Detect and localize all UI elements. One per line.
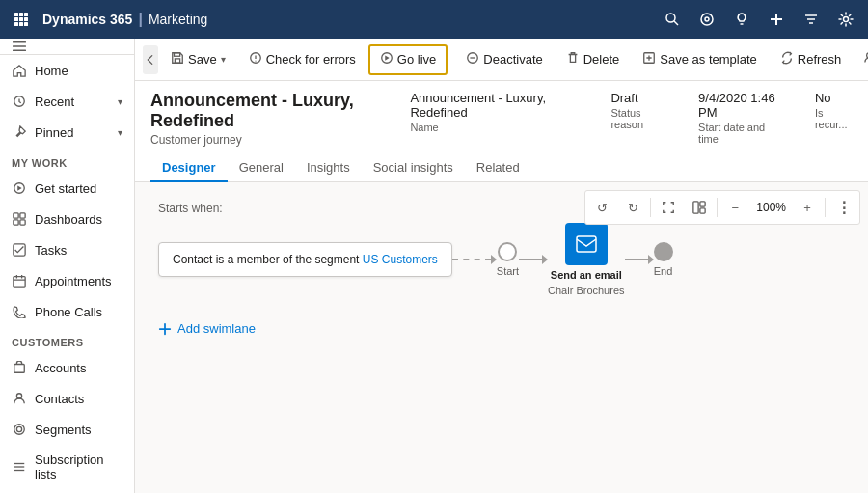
record-field-recur: No Is recur... [815, 91, 853, 145]
tab-designer[interactable]: Designer [150, 154, 228, 182]
tab-insights[interactable]: Insights [295, 154, 362, 182]
svg-rect-48 [577, 236, 596, 252]
zoom-in-button[interactable]: + [794, 194, 821, 221]
sidebar-item-accounts[interactable]: Accounts [0, 352, 134, 383]
start-node: Start [497, 242, 519, 277]
svg-rect-4 [19, 17, 23, 21]
svg-point-11 [701, 14, 713, 25]
app-name: Dynamics 365 | Marketing [42, 11, 207, 28]
assign-button[interactable]: Assign [854, 44, 868, 75]
email-node[interactable]: Send an email Chair Brochures [548, 223, 624, 296]
sidebar-item-pinned[interactable]: Pinned ▾ [0, 117, 134, 148]
save-button[interactable]: Save ▾ [160, 44, 236, 75]
save-icon [171, 51, 184, 68]
redo-button[interactable]: ↻ [619, 194, 646, 221]
fit-view-button[interactable] [655, 194, 682, 221]
waffle-menu-icon[interactable] [8, 6, 35, 33]
my-work-section-header: My Work [0, 148, 134, 173]
journey-flow: Contact is a member of the segment US Cu… [158, 223, 845, 296]
contacts-icon [12, 391, 27, 406]
svg-rect-22 [14, 213, 18, 218]
tasks-icon [12, 242, 27, 258]
sidebar-item-subscription-lists[interactable]: Subscription lists [0, 445, 134, 489]
main-layout: Home Recent ▾ Pi [0, 39, 868, 493]
svg-rect-0 [14, 13, 18, 16]
sidebar-item-contacts[interactable]: Contacts [0, 383, 134, 414]
deactivate-button[interactable]: Deactivate [455, 44, 553, 75]
svg-rect-3 [14, 17, 18, 21]
top-nav-icons [658, 5, 860, 34]
add-swimlane-button[interactable]: Add swimlane [158, 312, 845, 345]
tab-general[interactable]: General [228, 154, 295, 182]
end-circle [654, 242, 673, 261]
delete-button[interactable]: Delete [556, 44, 631, 75]
record-field-start-date: 9/4/2020 1:46 PM Start date and time [698, 91, 784, 145]
record-type: Customer journey [150, 133, 410, 147]
pin-icon [12, 124, 27, 140]
settings-circle-icon[interactable] [692, 5, 721, 34]
save-dropdown-icon[interactable]: ▾ [221, 54, 226, 65]
pinned-caret-icon: ▾ [118, 127, 122, 138]
tab-related[interactable]: Related [465, 154, 531, 182]
end-node: End [654, 242, 673, 277]
plus-icon[interactable] [762, 5, 791, 34]
phone-icon [12, 304, 27, 319]
svg-rect-5 [24, 17, 28, 21]
svg-rect-36 [175, 53, 180, 57]
sidebar-item-dashboards[interactable]: Dashboards [0, 204, 134, 234]
canvas-divider-2 [717, 198, 718, 217]
sidebar-item-appointments[interactable]: Appointments [0, 265, 134, 296]
svg-rect-15 [771, 18, 782, 20]
go-live-icon [380, 51, 393, 68]
sidebar: Home Recent ▾ Pi [0, 39, 135, 493]
refresh-button[interactable]: Refresh [770, 44, 853, 75]
go-live-button[interactable]: Go live [368, 44, 448, 75]
save-as-template-button[interactable]: Save as template [632, 44, 767, 75]
svg-rect-47 [700, 208, 705, 213]
canvas-area[interactable]: ↺ ↻ − 100% + [135, 182, 868, 493]
svg-rect-45 [693, 202, 698, 213]
gear-icon[interactable] [831, 5, 860, 34]
email-icon-box [565, 223, 608, 265]
more-canvas-button[interactable]: ⋮ [829, 194, 856, 221]
home-icon [12, 63, 27, 78]
record-title: Announcement - Luxury, Redefined [150, 91, 410, 131]
search-icon[interactable] [658, 5, 687, 34]
back-button[interactable] [143, 45, 158, 74]
canvas-divider-3 [825, 198, 826, 217]
svg-rect-28 [14, 365, 25, 373]
undo-button[interactable]: ↺ [588, 194, 615, 221]
sidebar-item-recent[interactable]: Recent ▾ [0, 86, 134, 117]
sidebar-item-get-started[interactable]: Get started [0, 173, 134, 204]
segment-condition-box: Contact is a member of the segment US Cu… [158, 242, 452, 277]
tab-social-insights[interactable]: Social insights [362, 154, 465, 182]
sidebar-item-phone-calls[interactable]: Phone Calls [0, 296, 134, 327]
canvas-divider-1 [650, 198, 651, 217]
connector-to-email [519, 255, 548, 264]
zoom-out-button[interactable]: − [721, 194, 748, 221]
svg-rect-8 [24, 22, 28, 26]
segment-link[interactable]: US Customers [363, 253, 438, 266]
layout-button[interactable] [686, 194, 713, 221]
svg-rect-1 [19, 13, 23, 16]
svg-rect-25 [20, 220, 25, 225]
assign-icon [864, 51, 868, 68]
sidebar-hamburger[interactable] [0, 39, 134, 55]
svg-rect-18 [13, 45, 26, 47]
subscription-lists-icon [12, 459, 27, 475]
lightbulb-icon[interactable] [727, 5, 756, 34]
accounts-icon [12, 360, 27, 375]
filter-icon[interactable] [797, 5, 826, 34]
svg-rect-27 [14, 277, 25, 288]
main-content: Save ▾ Check for errors [135, 39, 868, 493]
check-errors-button[interactable]: Check for errors [238, 44, 366, 75]
save-as-template-icon [642, 51, 656, 68]
sidebar-item-segments[interactable]: Segments [0, 414, 134, 445]
sidebar-item-tasks[interactable]: Tasks [0, 234, 134, 265]
svg-point-16 [844, 17, 849, 22]
connector-to-start [452, 255, 497, 264]
svg-point-29 [16, 394, 21, 398]
record-field-name: Announcement - Luxury, Redefined Name [410, 91, 580, 145]
sidebar-item-home[interactable]: Home [0, 55, 134, 86]
deactivate-icon [466, 51, 479, 68]
